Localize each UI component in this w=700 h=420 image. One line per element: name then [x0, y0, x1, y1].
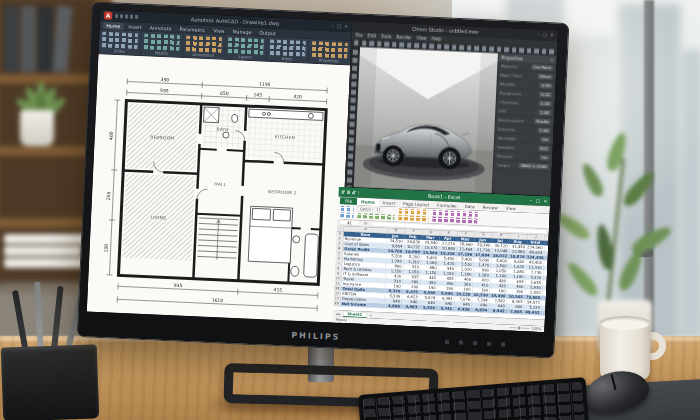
zoom-level[interactable]: 100% [531, 327, 541, 331]
ribbon-panel[interactable]: Layers [224, 35, 267, 61]
menu-item[interactable]: Help [431, 36, 441, 41]
new-sheet-button[interactable]: + [369, 313, 372, 318]
name-box[interactable]: A1 [339, 220, 360, 226]
fx-icon[interactable]: fx [361, 221, 369, 226]
cad-window[interactable]: A Autodesk AutoCAD - Drawing1.dwg –□× Ho… [87, 10, 352, 323]
table-cell[interactable]: 5,741 [437, 306, 455, 312]
properties-rows: Material Car Paint Base Color Silver [492, 61, 556, 196]
svg-text:1610: 1610 [212, 298, 224, 304]
table-cell[interactable]: 4,696 [384, 303, 402, 309]
property-label: Roughness [500, 90, 522, 95]
font-size-select[interactable]: 11 [374, 207, 383, 212]
ribbon-panel[interactable]: Draw [98, 29, 141, 55]
svg-text:KITCHEN: KITCHEN [275, 134, 295, 140]
zoom-slider[interactable] [509, 327, 529, 329]
row-label-cell[interactable]: Net Income [340, 301, 384, 308]
front-wheel [383, 145, 404, 166]
ribbon-panel[interactable]: Modify [140, 31, 183, 57]
svg-text:145: 145 [253, 92, 262, 97]
excel-window[interactable]: Book1 - Excel –□× File HomeInsertPage La… [333, 187, 551, 332]
menu-item[interactable]: File [355, 33, 362, 38]
svg-text:1195: 1195 [259, 82, 271, 88]
binder [21, 6, 36, 72]
svg-text:415: 415 [274, 287, 283, 292]
ribbon-panel-icons[interactable] [270, 39, 306, 56]
sheet-nav-arrows[interactable]: ◂ ▸ [335, 311, 340, 316]
svg-text:BEDROOM: BEDROOM [150, 135, 174, 141]
window-control-button[interactable]: × [550, 33, 554, 38]
viewer3d-properties-panel: Properties ⚙ Material Car Paint [492, 53, 557, 196]
table-cell[interactable]: 49,451 [524, 310, 542, 316]
ribbon-panel[interactable]: Properties [308, 39, 351, 65]
property-value[interactable]: Silver [538, 74, 553, 80]
coffee-mug [600, 316, 660, 380]
property-value[interactable]: On [540, 137, 550, 143]
font-group[interactable]: Calibri 11 [357, 207, 394, 220]
window-control-button[interactable]: × [344, 24, 348, 29]
floor-plan-drawing: 390 1195 595 650 145 420 400 265 190 935 [87, 54, 350, 323]
property-value[interactable]: Studio [534, 119, 551, 125]
table-cell[interactable]: 7,665 [507, 309, 525, 315]
clipboard-group[interactable] [340, 206, 354, 218]
menu-item[interactable]: View [416, 35, 426, 40]
property-value[interactable]: Car Paint [531, 64, 553, 70]
property-value[interactable]: On [539, 155, 549, 161]
quick-access-toolbar[interactable] [115, 14, 138, 19]
property-value[interactable]: 1.45 [538, 110, 551, 116]
ribbon-panel[interactable]: Annotation [182, 33, 225, 59]
gear-icon[interactable]: ⚙ [550, 57, 554, 62]
ribbon-panel-icons[interactable] [186, 36, 222, 53]
table-cell[interactable]: 6,654 [472, 307, 490, 313]
paper-stack [4, 246, 82, 256]
alignment-group[interactable] [398, 208, 428, 221]
viewer3d-window[interactable]: Chiron Studio - untitled.max –□× FileEdi… [345, 21, 558, 196]
svg-text:390: 390 [160, 77, 169, 82]
window-control-button[interactable]: – [537, 32, 539, 37]
menu-item[interactable]: Render [396, 34, 411, 40]
property-label: Samples [497, 144, 514, 149]
property-label: Turntable [497, 135, 516, 140]
monitor: A Autodesk AutoCAD - Drawing1.dwg –□× Ho… [77, 1, 570, 358]
property-label: Material [501, 63, 517, 68]
window-control-button[interactable]: – [530, 198, 532, 203]
font-name-select[interactable]: Calibri [358, 207, 373, 213]
shelf-board [0, 74, 96, 84]
window-control-button[interactable]: – [332, 23, 334, 28]
property-value[interactable]: 0.90 [539, 83, 552, 89]
monitor-screen: A Autodesk AutoCAD - Drawing1.dwg –□× Ho… [87, 10, 558, 332]
property-label: Base Color [500, 72, 522, 77]
ribbon-panel-icons[interactable] [102, 32, 138, 49]
menu-item[interactable]: Tools [381, 34, 392, 39]
property-label: IOR [499, 108, 506, 113]
property-value[interactable]: 0.22 [539, 92, 552, 98]
ribbon-panel-icons[interactable] [228, 38, 264, 55]
window-control-button[interactable]: □ [543, 32, 547, 37]
plant-leaf [604, 131, 630, 173]
styles-group[interactable] [432, 210, 477, 224]
property-value[interactable]: 3840 × 2160 [518, 163, 548, 170]
ribbon-panel-icons[interactable] [312, 41, 348, 58]
paper-stack [4, 234, 90, 244]
window-control-button[interactable]: × [543, 199, 547, 204]
property-label: Clearcoat [499, 99, 518, 104]
property-value[interactable]: 1.00 [539, 101, 552, 107]
window-control-button[interactable]: □ [536, 198, 540, 203]
properties-panel-title: Properties [501, 55, 523, 61]
viewer3d-viewport[interactable] [354, 47, 498, 194]
window-control-button[interactable]: □ [337, 23, 341, 28]
table-cell[interactable]: 5,983 [402, 304, 420, 310]
svg-text:HALL: HALL [214, 182, 226, 188]
table-cell[interactable]: 6,436 [454, 307, 472, 313]
ribbon-panel-icons[interactable] [144, 34, 180, 51]
table-cell[interactable]: 5,334 [419, 305, 437, 311]
property-label: Environment [498, 117, 524, 123]
table-cell[interactable]: 6,942 [489, 308, 507, 314]
menu-item[interactable]: Edit [368, 33, 376, 38]
property-value[interactable]: 512 [538, 146, 550, 152]
cad-canvas[interactable]: 390 1195 595 650 145 420 400 265 190 935 [87, 54, 350, 323]
ribbon-panel[interactable]: Block [266, 37, 309, 63]
property-value[interactable]: 1.60 [537, 128, 550, 134]
excel-quick-access-toolbar[interactable] [341, 190, 358, 194]
property-row[interactable]: Output 3840 × 2160 [493, 160, 552, 172]
autocad-logo-icon[interactable]: A [104, 11, 112, 19]
